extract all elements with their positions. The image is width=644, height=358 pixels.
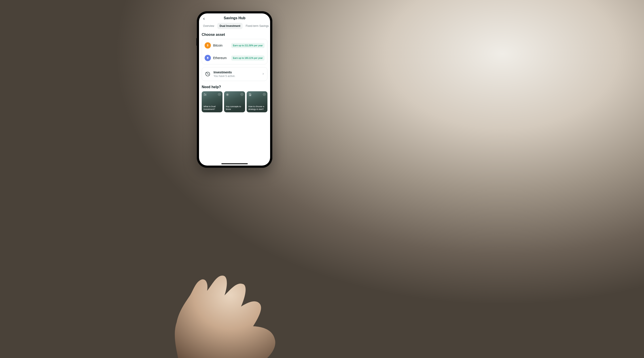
help-card-label: What is Dual Investment? [204, 105, 221, 111]
svg-line-14 [227, 94, 227, 94]
asset-row-ethereum[interactable]: Ethereum Earn up to 183.11% per year [202, 52, 267, 64]
bitcoin-icon: ₿ [204, 42, 211, 49]
help-grid: What is Dual Investment? [202, 91, 268, 112]
asset-row-bitcoin[interactable]: ₿ Bitcoin Earn up to 211.50% per year [202, 39, 267, 52]
ethereum-icon [204, 55, 211, 61]
phone-frame: Savings Hub Overview Dual Investment Fix… [197, 11, 272, 168]
asset-card: ₿ Bitcoin Earn up to 211.50% per year Et… [202, 39, 268, 65]
growth-icon [204, 93, 206, 97]
tab-overview[interactable]: Overview [201, 23, 216, 29]
choose-asset-title: Choose asset [202, 33, 268, 37]
asset-name: Ethereum [213, 56, 229, 60]
svg-marker-1 [207, 57, 209, 58]
home-indicator[interactable] [222, 163, 248, 164]
close-icon[interactable] [218, 93, 221, 96]
help-card-label: How to choose a strategy & start? [248, 105, 266, 111]
asset-name: Bitcoin [213, 44, 229, 47]
chevron-right-icon [262, 72, 264, 76]
close-icon[interactable] [263, 93, 266, 96]
need-help-title: Need help? [202, 85, 268, 89]
app-header: Savings Hub [199, 14, 270, 22]
document-chart-icon [248, 93, 252, 97]
tabs: Overview Dual Investment Fixed-term Savi… [199, 22, 270, 31]
earn-badge: Earn up to 211.50% per year [231, 43, 264, 48]
investments-subtitle: You have 5 active. [214, 75, 259, 78]
investments-text: Investments You have 5 active. [214, 71, 259, 78]
help-card-how-to-choose[interactable]: How to choose a strategy & start? [247, 91, 268, 112]
tab-dual-investment[interactable]: Dual Investment [217, 23, 242, 29]
svg-line-17 [228, 94, 228, 94]
page-title: Savings Hub [224, 16, 246, 20]
clock-icon [204, 71, 211, 77]
svg-line-16 [227, 95, 227, 96]
help-card-key-concepts[interactable]: Key concepts to know [224, 91, 245, 112]
content: Choose asset ₿ Bitcoin Earn up to 211.50… [199, 31, 270, 166]
svg-line-15 [228, 95, 228, 96]
earn-badge: Earn up to 183.11% per year [231, 56, 264, 61]
close-icon[interactable] [240, 93, 243, 96]
help-card-what-is-dual[interactable]: What is Dual Investment? [202, 91, 222, 112]
hand-image [156, 255, 277, 358]
phone-screen: Savings Hub Overview Dual Investment Fix… [199, 14, 270, 166]
tab-fixed-term-savings[interactable]: Fixed-term Savings [244, 23, 270, 29]
lightbulb-icon [226, 93, 229, 97]
help-card-label: Key concepts to know [226, 105, 243, 111]
svg-text:₿: ₿ [207, 44, 208, 47]
svg-point-9 [227, 94, 228, 95]
back-button[interactable] [201, 16, 206, 22]
investments-card[interactable]: Investments You have 5 active. [202, 67, 268, 81]
investments-title: Investments [214, 71, 259, 74]
chevron-left-icon [202, 17, 206, 20]
